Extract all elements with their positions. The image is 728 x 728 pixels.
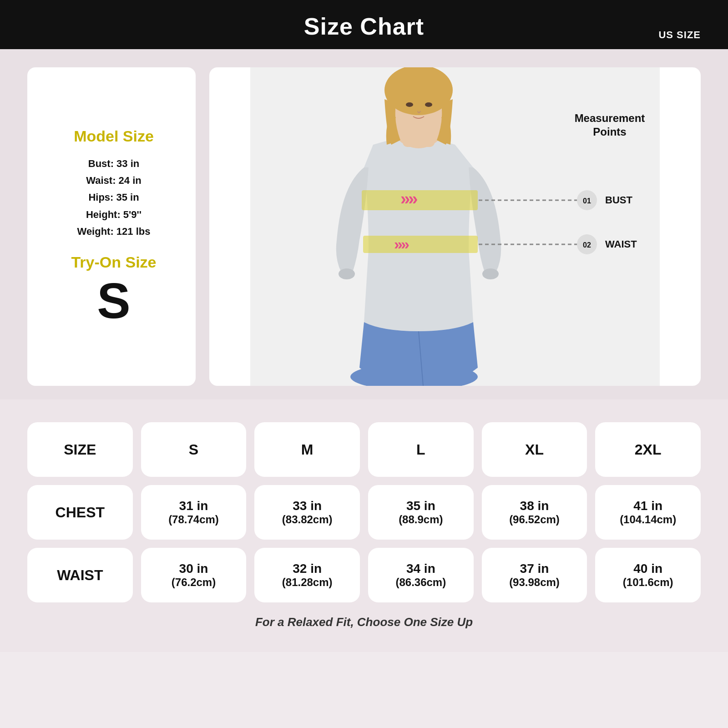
col-header-s: S [141,422,247,477]
col-header-xl: XL [482,422,587,477]
waist-2xl-secondary: (101.6cm) [623,576,673,589]
svg-text:Measurement: Measurement [575,112,645,124]
chest-m-primary: 33 in [293,499,322,513]
top-section: Model Size Bust: 33 in Waist: 24 in Hips… [0,49,728,399]
waist-m: 32 in (81.28cm) [254,548,360,602]
waist-xl: 37 in (93.98cm) [482,548,587,602]
try-on-size: S [97,276,130,326]
svg-text:BUST: BUST [605,194,632,206]
col-size-label: SIZE [64,441,96,458]
svg-text:01: 01 [583,197,591,205]
size-table: SIZE S M L XL 2XL CHEST 31 in (78.74cm) … [27,422,701,602]
chest-label: CHEST [56,504,105,521]
model-info-box: Model Size Bust: 33 in Waist: 24 in Hips… [27,67,196,386]
svg-text:»»: »» [400,189,417,208]
col-xl-label: XL [525,441,544,458]
col-header-size: SIZE [27,422,133,477]
col-header-2xl: 2XL [595,422,701,477]
waist-l: 34 in (86.36cm) [368,548,474,602]
chest-l-primary: 35 in [406,499,435,513]
model-hips: Hips: 35 in [77,189,151,206]
row-waist-label: WAIST [27,548,133,602]
col-m-label: M [301,441,313,458]
waist-2xl: 40 in (101.6cm) [595,548,701,602]
try-on-label: Try-On Size [71,253,156,271]
waist-xl-primary: 37 in [520,561,549,576]
waist-s-secondary: (76.2cm) [172,576,216,589]
model-size-label: Model Size [74,127,154,145]
col-header-l: L [368,422,474,477]
waist-2xl-primary: 40 in [633,561,662,576]
model-stats: Bust: 33 in Waist: 24 in Hips: 35 in Hei… [77,155,151,240]
chest-xl-primary: 38 in [520,499,549,513]
model-bust: Bust: 33 in [77,155,151,172]
chest-s: 31 in (78.74cm) [141,485,247,540]
chest-2xl-primary: 41 in [633,499,662,513]
svg-rect-10 [362,190,478,210]
waist-s-primary: 30 in [179,561,208,576]
row-chest-label: CHEST [27,485,133,540]
page-header: Size Chart US SIZE [0,0,728,49]
col-l-label: L [416,441,425,458]
chest-l: 35 in (88.9cm) [368,485,474,540]
chest-2xl: 41 in (104.14cm) [595,485,701,540]
chest-xl: 38 in (96.52cm) [482,485,587,540]
waist-m-primary: 32 in [293,561,322,576]
model-placeholder: »» »» 01 BUST 02 WAIST [209,67,701,386]
chest-s-secondary: (78.74cm) [168,513,219,526]
chest-m: 33 in (83.82cm) [254,485,360,540]
waist-l-primary: 34 in [406,561,435,576]
waist-m-secondary: (81.28cm) [282,576,333,589]
col-2xl-label: 2XL [635,441,662,458]
svg-point-2 [339,268,355,279]
page-title: Size Chart [0,13,728,40]
chest-l-secondary: (88.9cm) [399,513,443,526]
chest-2xl-secondary: (104.14cm) [620,513,676,526]
svg-point-3 [482,268,499,279]
col-s-label: S [189,441,198,458]
svg-rect-11 [363,236,478,253]
waist-xl-secondary: (93.98cm) [509,576,560,589]
model-image-box: »» »» 01 BUST 02 WAIST [209,67,701,386]
model-weight: Weight: 121 lbs [77,223,151,240]
svg-text:02: 02 [583,241,591,249]
chest-m-secondary: (83.82cm) [282,513,333,526]
size-chart-section: SIZE S M L XL 2XL CHEST 31 in (78.74cm) … [0,399,728,652]
waist-s: 30 in (76.2cm) [141,548,247,602]
chest-xl-secondary: (96.52cm) [509,513,560,526]
model-height: Height: 5'9'' [77,206,151,223]
svg-text:Points: Points [593,126,626,138]
waist-label: WAIST [57,567,103,584]
col-header-m: M [254,422,360,477]
svg-point-8 [425,102,432,107]
model-figure-svg: »» »» 01 BUST 02 WAIST [209,67,701,386]
model-waist: Waist: 24 in [77,172,151,189]
svg-point-7 [406,102,413,107]
waist-l-secondary: (86.36cm) [395,576,446,589]
svg-text:WAIST: WAIST [605,238,637,250]
footer-note: For a Relaxed Fit, Choose One Size Up [27,602,701,638]
us-size-label: US SIZE [658,29,701,41]
svg-text:»»: »» [394,235,409,253]
chest-s-primary: 31 in [179,499,208,513]
